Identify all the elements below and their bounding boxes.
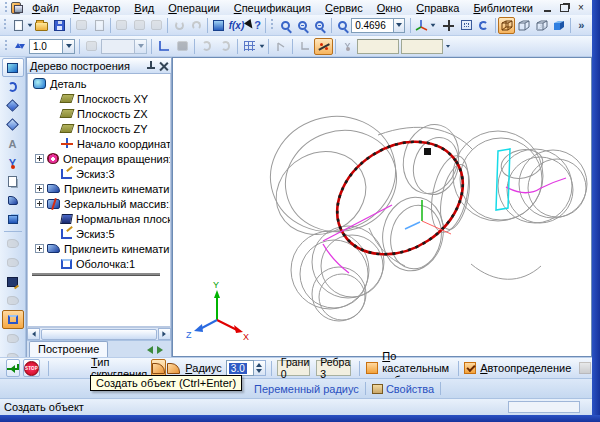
context-help-button[interactable]: ?: [245, 17, 262, 34]
minimize-icon[interactable]: [540, 2, 554, 14]
grid-dropdown-icon[interactable]: [260, 45, 265, 51]
coordinate-x-field[interactable]: [357, 39, 399, 54]
expand-plus-icon[interactable]: [35, 184, 44, 193]
report-button[interactable]: [2, 172, 24, 191]
coordinate-y-field[interactable]: [401, 39, 443, 54]
tree-item[interactable]: Операция вращения:1: [28, 151, 170, 166]
new-document-dropdown-icon[interactable]: [28, 24, 33, 30]
tree-item-current[interactable]: Оболочка:1: [28, 256, 170, 271]
tree-horizontal-scrollbar[interactable]: [27, 327, 171, 340]
tab-build[interactable]: Построение: [29, 341, 108, 357]
refresh-view-button[interactable]: [458, 17, 475, 34]
create-object-button[interactable]: [6, 359, 20, 377]
open-document-button[interactable]: [33, 17, 50, 34]
restore-icon[interactable]: [557, 2, 571, 14]
step-dropdown[interactable]: [63, 39, 75, 54]
step-value-combo[interactable]: 1.0: [29, 39, 63, 54]
grid-button[interactable]: [240, 38, 259, 55]
pan-button[interactable]: [440, 17, 457, 34]
toolbar-more-button[interactable]: »: [573, 17, 590, 34]
tree-item[interactable]: Нормальная плоскость:3: [28, 211, 170, 226]
shell-operation-button[interactable]: [2, 310, 24, 329]
edge-handle[interactable]: [424, 148, 431, 155]
radius-input[interactable]: 3.0: [226, 360, 254, 376]
annotation-button[interactable]: A: [2, 134, 24, 153]
tree-item[interactable]: Приклеить кинематический: [28, 241, 170, 256]
interrupt-command-button[interactable]: STOP: [23, 359, 40, 377]
menu-window[interactable]: Окно: [370, 1, 410, 15]
tab-properties[interactable]: Свойства: [366, 383, 440, 395]
menu-operations[interactable]: Операции: [161, 1, 226, 15]
zoom-scale-combo[interactable]: 0.4696: [351, 18, 394, 33]
scrollbar-thumb[interactable]: [41, 329, 157, 340]
menu-libraries[interactable]: Библиотеки: [466, 1, 540, 15]
tree-root[interactable]: Деталь: [28, 76, 170, 91]
menu-file[interactable]: Файл: [25, 1, 66, 15]
expand-plus-icon[interactable]: [35, 154, 44, 163]
tangent-edges-checkbox[interactable]: [366, 362, 378, 374]
zoom-scale-dropdown[interactable]: [394, 18, 405, 33]
ortho-drawing-button[interactable]: [314, 38, 333, 55]
surfaces-button[interactable]: [2, 96, 24, 115]
expressions-button[interactable]: f(x): [228, 17, 246, 34]
assembly-button[interactable]: [2, 210, 24, 229]
tree-item[interactable]: Плоскость ZX: [28, 106, 170, 121]
tree-item[interactable]: Зеркальный массив:1: [28, 196, 170, 211]
spinner-arrows[interactable]: [254, 360, 266, 376]
curves-button[interactable]: [2, 115, 24, 134]
close-icon[interactable]: [159, 61, 168, 70]
expand-plus-icon[interactable]: [35, 244, 44, 253]
tree-item[interactable]: Приклеить кинематический: [28, 181, 170, 196]
toolbar-drag-handle[interactable]: [270, 19, 275, 31]
expand-plus-icon[interactable]: [35, 199, 44, 208]
menu-help[interactable]: Справка: [409, 1, 466, 15]
display-hidden-thin-button[interactable]: [533, 17, 550, 34]
local-cs-button[interactable]: [154, 38, 173, 55]
new-document-button[interactable]: [10, 17, 27, 34]
orientation-button[interactable]: [413, 17, 430, 34]
menu-edit[interactable]: Редактор: [66, 1, 127, 15]
zoom-area-button[interactable]: [334, 17, 351, 34]
close-icon[interactable]: ×: [574, 2, 588, 14]
spiral-icon: [8, 82, 17, 92]
variables-window-button[interactable]: [210, 17, 227, 34]
menu-specification[interactable]: Спецификация: [227, 1, 318, 15]
tree-item[interactable]: Начало координат: [28, 136, 170, 151]
menu-view[interactable]: Вид: [127, 1, 161, 15]
filter-button[interactable]: Y: [2, 153, 24, 172]
app-document-icon[interactable]: [11, 2, 20, 14]
toolbar-drag-handle[interactable]: [3, 40, 8, 52]
tree-item[interactable]: Эскиз:3: [28, 166, 170, 181]
layers-icon: [86, 41, 97, 51]
zoom-button[interactable]: [276, 17, 293, 34]
tree-item[interactable]: Эскиз:5: [28, 226, 170, 241]
edit-part-button[interactable]: [2, 58, 24, 77]
display-shaded-button[interactable]: [550, 17, 567, 34]
menu-service[interactable]: Сервис: [318, 1, 370, 15]
save-button[interactable]: [50, 17, 67, 34]
display-hidden-removed-button[interactable]: [515, 17, 532, 34]
scroll-right-button[interactable]: [158, 328, 171, 340]
tab-scroll-left-icon[interactable]: [143, 346, 153, 354]
toolbar-drag-handle[interactable]: [4, 2, 7, 14]
tree-item[interactable]: Плоскость ZY: [28, 121, 170, 136]
kinematic-op-button[interactable]: [2, 272, 24, 291]
rotate-view-button[interactable]: [475, 17, 492, 34]
tab-variable-radius[interactable]: Переменный радиус: [248, 383, 365, 395]
toolbar-drag-handle[interactable]: [3, 19, 8, 31]
zoom-in-button[interactable]: [294, 17, 311, 34]
orientation-dropdown-icon[interactable]: [431, 24, 436, 30]
radius-spinner[interactable]: 3.0: [226, 360, 266, 376]
pin-icon[interactable]: [147, 61, 155, 71]
tree-item[interactable]: Плоскость XY: [28, 91, 170, 106]
coords-dropdown-icon[interactable]: [446, 45, 450, 50]
scroll-left-button[interactable]: [27, 328, 40, 340]
model-viewport[interactable]: Y X Z: [172, 57, 592, 357]
display-wireframe-button[interactable]: [498, 17, 515, 34]
zoom-out-button[interactable]: [311, 17, 328, 34]
tab-scroll-right-icon[interactable]: [157, 346, 167, 354]
measure-button[interactable]: [2, 191, 24, 210]
current-step-button[interactable]: [10, 38, 29, 55]
spiral-button[interactable]: [2, 77, 24, 96]
autodetect-checkbox[interactable]: [464, 362, 476, 374]
